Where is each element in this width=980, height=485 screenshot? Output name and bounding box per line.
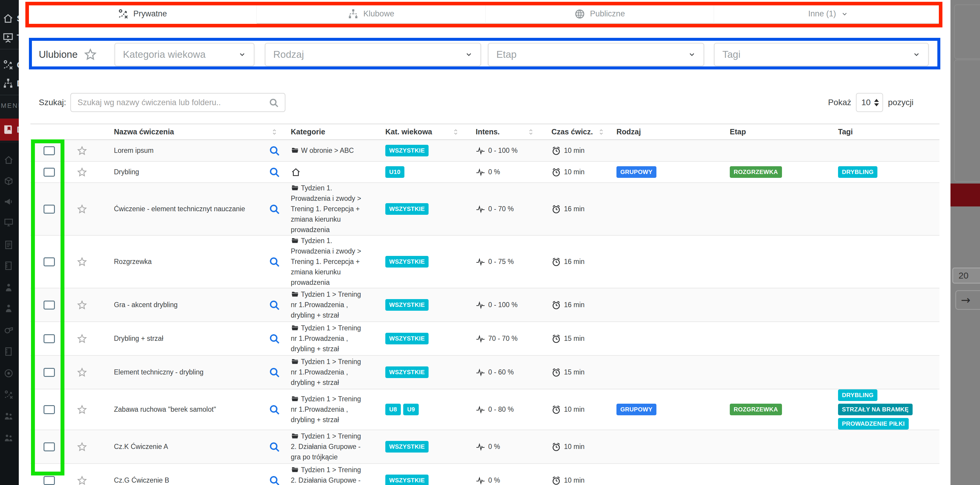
row-checkbox[interactable] bbox=[43, 257, 55, 266]
sidebar-item-dim[interactable] bbox=[0, 194, 19, 209]
column-header-intensity[interactable]: Intens. bbox=[467, 124, 551, 139]
sidebar-item-dim[interactable] bbox=[0, 215, 19, 230]
sidebar-item-dim[interactable] bbox=[0, 322, 19, 337]
favorite-star-icon[interactable] bbox=[76, 145, 88, 156]
select-placeholder: Rodzaj bbox=[273, 49, 304, 60]
tab-inne[interactable]: Inne (1) bbox=[714, 5, 942, 24]
select-placeholder: Kategoria wiekowa bbox=[123, 49, 205, 60]
sidebar-item-dim[interactable] bbox=[0, 258, 19, 273]
stepper-arrows[interactable] bbox=[874, 99, 879, 106]
preview-magnifier-icon[interactable] bbox=[269, 256, 280, 268]
sidebar-item-exercises[interactable]: Ć bbox=[0, 56, 19, 74]
sidebar-item-label: T bbox=[17, 32, 19, 43]
preview-magnifier-icon[interactable] bbox=[269, 166, 280, 178]
column-header-tags: Tagi bbox=[833, 124, 939, 139]
box-icon bbox=[3, 176, 14, 186]
category-path: Tydzien 1. Prowadzenia i zwody > Trening… bbox=[291, 183, 362, 235]
age-category-select[interactable]: Kategoria wiekowa bbox=[115, 43, 255, 66]
row-checkbox[interactable] bbox=[43, 476, 55, 485]
tab-prywatne[interactable]: Prywatne bbox=[28, 5, 257, 24]
sidebar-item-dim[interactable] bbox=[0, 344, 19, 359]
tag-badge: DRYBLING bbox=[838, 166, 877, 178]
header-sort-name[interactable] bbox=[260, 124, 288, 139]
search-input[interactable] bbox=[70, 93, 285, 112]
sidebar-item-dim[interactable] bbox=[0, 152, 19, 167]
sidebar-item-trainings[interactable]: T bbox=[0, 29, 19, 46]
sidebar-item-label: S bbox=[17, 13, 19, 24]
tab-label: Inne (1) bbox=[808, 9, 836, 19]
sidebar-item-team[interactable]: D bbox=[0, 74, 19, 92]
page-size-label-before: Pokaż bbox=[828, 98, 851, 107]
stepper-up-icon[interactable] bbox=[874, 99, 879, 102]
favorite-star-icon[interactable] bbox=[76, 367, 88, 378]
preview-magnifier-icon[interactable] bbox=[269, 441, 280, 453]
category-path: Tydzien 1 > Trening nr 1.Prowadzenia , d… bbox=[291, 323, 362, 354]
category-path: Tydzien 1 > Trening 2. Działania Grupowe… bbox=[291, 465, 362, 485]
preview-magnifier-icon[interactable] bbox=[269, 145, 280, 156]
tab-klubowe[interactable]: Klubowe bbox=[257, 5, 485, 24]
favorite-star-icon[interactable] bbox=[76, 442, 88, 452]
sort-icon[interactable] bbox=[451, 127, 460, 136]
sort-icon[interactable] bbox=[270, 127, 279, 136]
table-row: Element techniczny - drybling Tydzien 1 … bbox=[30, 355, 939, 389]
preview-magnifier-icon[interactable] bbox=[269, 367, 280, 378]
stage-badge: ROZGRZEWKA bbox=[730, 404, 782, 415]
sidebar-item-database-active[interactable]: D bbox=[0, 119, 19, 141]
preview-magnifier-icon[interactable] bbox=[269, 203, 280, 215]
column-header-time[interactable]: Czas ćwicz. bbox=[551, 124, 616, 139]
favorite-star-icon[interactable] bbox=[76, 475, 88, 485]
sidebar-item-dim[interactable] bbox=[0, 173, 19, 188]
stepper-down-icon[interactable] bbox=[874, 103, 879, 106]
column-header-name[interactable]: Nazwa ćwiczenia bbox=[96, 124, 260, 139]
row-checkbox[interactable] bbox=[43, 368, 55, 377]
sidebar-item-dim[interactable] bbox=[0, 366, 19, 381]
dimmed-number-field[interactable]: 20 bbox=[952, 268, 980, 284]
time-value: 16 min bbox=[564, 205, 585, 213]
exercise-name: Lorem ipsum bbox=[114, 147, 154, 155]
sidebar-item-dim[interactable] bbox=[0, 301, 19, 316]
exercise-name: Zabawa ruchowa "berek samolot" bbox=[114, 406, 216, 414]
row-checkbox[interactable] bbox=[43, 146, 55, 155]
row-checkbox[interactable] bbox=[43, 334, 55, 343]
clock-icon bbox=[551, 368, 561, 377]
row-checkbox[interactable] bbox=[43, 301, 55, 309]
sort-icon[interactable] bbox=[527, 127, 535, 136]
sidebar-item-dim[interactable] bbox=[0, 387, 19, 402]
sidebar-item-dim[interactable] bbox=[0, 238, 19, 252]
sidebar-item-dim[interactable] bbox=[0, 280, 19, 295]
type-badge: GRUPOWY bbox=[616, 166, 656, 178]
exercise-name: Ćwiczenie - element technicznyt nauczani… bbox=[114, 205, 245, 213]
intensity-value: 0 - 60 % bbox=[488, 368, 514, 376]
intensity-icon bbox=[476, 204, 485, 214]
sidebar-item-dim[interactable] bbox=[0, 431, 19, 445]
dimmed-arrow-button[interactable]: → bbox=[955, 290, 980, 310]
tab-publiczne[interactable]: Publiczne bbox=[485, 5, 714, 24]
row-checkbox[interactable] bbox=[43, 204, 55, 214]
category-path: Tydzien 1 > Trening nr 1.Prowadzenia , d… bbox=[291, 357, 362, 388]
stage-select[interactable]: Etap bbox=[488, 43, 704, 66]
clock-icon bbox=[551, 405, 561, 414]
sidebar-item-start[interactable]: S bbox=[0, 10, 19, 27]
preview-magnifier-icon[interactable] bbox=[269, 404, 280, 415]
favorite-star-icon[interactable] bbox=[76, 404, 88, 415]
age-badge: WSZYSTKIE bbox=[385, 203, 429, 215]
preview-magnifier-icon[interactable] bbox=[269, 300, 280, 311]
type-select[interactable]: Rodzaj bbox=[265, 43, 481, 66]
sort-icon[interactable] bbox=[597, 127, 606, 136]
favorite-star-icon[interactable] bbox=[76, 257, 88, 267]
row-checkbox[interactable] bbox=[43, 168, 55, 177]
row-checkbox[interactable] bbox=[43, 442, 55, 451]
preview-magnifier-icon[interactable] bbox=[269, 475, 280, 485]
favorite-star-icon[interactable] bbox=[76, 167, 88, 178]
favorites-star-icon[interactable] bbox=[84, 48, 97, 61]
favorite-star-icon[interactable] bbox=[76, 300, 88, 311]
favorite-star-icon[interactable] bbox=[76, 204, 88, 214]
favorite-star-icon[interactable] bbox=[76, 333, 88, 344]
sidebar-item-dim[interactable] bbox=[0, 409, 19, 424]
dimmed-number-value: 20 bbox=[959, 271, 968, 281]
page-size-stepper[interactable]: 10 bbox=[856, 93, 883, 112]
row-checkbox[interactable] bbox=[43, 405, 55, 414]
column-header-age[interactable]: Kat. wiekowa bbox=[382, 124, 467, 139]
tags-select[interactable]: Tagi bbox=[714, 43, 929, 66]
preview-magnifier-icon[interactable] bbox=[269, 333, 280, 344]
